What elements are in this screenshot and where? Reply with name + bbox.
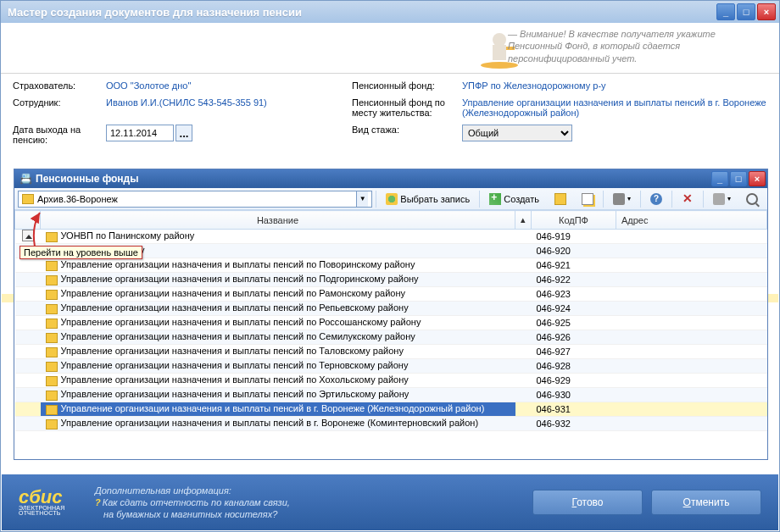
pf-loc-label: Пенсионный фонд по месту жительства: [352,97,462,118]
row-code: 046-923 [532,287,616,302]
table-row[interactable]: Управление организации назначения и выпл… [15,330,767,345]
table-row[interactable]: Управление организации назначения и выпл… [15,417,767,431]
table-row[interactable]: Управление организации назначения и выпл… [15,287,767,302]
table-row[interactable]: УОНВП по Панинскому району046-919 [15,230,767,244]
dialog-minimize-button[interactable]: _ [711,171,728,186]
logo: сбис ЭЛЕКТРОННАЯ ОТЧЕТНОСТЬ [19,489,95,516]
row-addr [616,402,767,417]
maximize-button[interactable]: □ [737,3,755,20]
header-note: — Внимание! В качестве получателя укажит… [508,28,762,64]
row-addr [616,273,767,287]
row-name: Управление организации назначения и выпл… [41,417,515,431]
stage-label: Вид стажа: [352,125,462,145]
row-addr [616,258,767,273]
col-sort[interactable]: ▴ [515,211,532,230]
up-level-button[interactable] [22,230,34,241]
col-addr[interactable]: Адрес [616,211,767,230]
table-row[interactable]: Управление организации назначения и выпл… [15,388,767,402]
row-name: Управление организации назначения и выпл… [41,287,515,302]
svg-point-1 [493,33,506,47]
row-addr [616,359,767,374]
create-button[interactable]: Создать [483,190,545,208]
row-addr [616,417,767,431]
footer: сбис ЭЛЕКТРОННАЯ ОТЧЕТНОСТЬ Дополнительн… [2,474,778,530]
table-row[interactable]: Управление организации назначения и выпл… [15,402,767,417]
pf-loc-value[interactable]: Управление организации назначения и выпл… [462,97,767,118]
table-row[interactable]: Управление организации назначения и выпл… [15,374,767,388]
row-code: 046-921 [532,258,616,273]
row-addr [616,244,767,258]
row-name: Управление организации назначения и выпл… [41,388,515,402]
org-icon [46,290,58,300]
row-code: 046-932 [532,417,616,431]
row-code: 046-929 [532,374,616,388]
col-up[interactable] [15,211,41,230]
org-icon [46,304,58,314]
row-name: Управление организации назначения и выпл… [41,302,515,316]
col-code[interactable]: КодПФ [532,211,616,230]
close-button[interactable]: × [757,3,776,20]
folder-icon [22,194,34,204]
row-name: Управление организации назначения и выпл… [41,359,515,374]
plus-icon [489,193,501,205]
stage-select[interactable]: Общий [462,125,572,141]
row-addr [616,302,767,316]
dialog-title: Пенсионные фонды [36,173,711,185]
insurer-value[interactable]: ООО "Золотое дно" [106,80,352,91]
row-name: Управление организации назначения и выпл… [41,345,515,359]
footer-info: Дополнительная информация: ?Как сдать от… [95,485,532,521]
date-picker-button[interactable]: ... [176,125,192,141]
funds-dialog: 📇 Пенсионные фонды _ □ × Архив.36-Вороне… [14,169,768,460]
print-button[interactable]: ▾ [607,190,637,208]
row-addr [616,388,767,402]
retire-date-input[interactable] [106,125,174,141]
table-row[interactable]: Управление организации назначения и выпл… [15,302,767,316]
minimize-button[interactable]: _ [716,3,735,20]
dialog-maximize-button[interactable]: □ [730,171,747,186]
done-button[interactable]: Готово [532,490,643,515]
table-row[interactable]: Управление организации назначения и выпл… [15,273,767,287]
row-name: УОНВП по Панинскому району [41,230,515,244]
row-code: 046-919 [532,230,616,244]
search-button[interactable] [740,190,764,208]
row-code: 046-927 [532,345,616,359]
dialog-close-button[interactable]: × [749,171,766,186]
retire-date-label: Дата выхода на пенсию: [13,125,106,145]
breadcrumb[interactable]: Архив.36-Воронеж ▼ [18,191,372,208]
row-name: Управление организации назначения и выпл… [41,273,515,287]
pf-value[interactable]: УПФР по Железнодорожному р-у [462,80,767,91]
org-icon [46,391,58,401]
pf-label: Пенсионный фонд: [352,80,462,91]
breadcrumb-dropdown[interactable]: ▼ [356,191,368,207]
employee-label: Сотрудник: [13,97,106,118]
help-button[interactable]: ? [644,190,668,208]
row-code: 046-925 [532,316,616,330]
org-icon [46,347,58,357]
row-code: 046-920 [532,244,616,258]
form-area: Страхователь: ООО "Золотое дно" Пенсионн… [1,74,779,175]
cancel-button[interactable]: Отменить [651,490,761,515]
save-button[interactable]: ▾ [707,190,737,208]
col-name[interactable]: Название [41,211,515,230]
table-row[interactable]: Управление организации назначения и выпл… [15,258,767,273]
copy-button[interactable] [576,190,599,208]
table-row[interactable]: Управление организации назначения и выпл… [15,345,767,359]
org-icon [46,419,58,429]
org-icon [46,362,58,372]
new-folder-button[interactable] [549,190,572,208]
org-icon [46,376,58,386]
breadcrumb-text: Архив.36-Воронеж [37,194,353,204]
select-icon [386,193,398,205]
row-addr [616,230,767,244]
select-record-button[interactable]: Выбрать запись [380,190,476,208]
row-name: Управление организации назначения и выпл… [41,402,515,417]
main-window: Мастер создания документов для назначени… [0,0,780,532]
row-code: 046-928 [532,359,616,374]
delete-button[interactable]: ✕ [676,190,699,208]
table-row[interactable]: Управление организации назначения и выпл… [15,316,767,330]
dialog-titlebar: 📇 Пенсионные фонды _ □ × [14,169,767,188]
svg-rect-2 [493,45,506,60]
employee-value[interactable]: Иванов И.И.(СНИЛС 543-545-355 91) [106,97,352,118]
row-name: Управление организации назначения и выпл… [41,316,515,330]
table-row[interactable]: Управление организации назначения и выпл… [15,359,767,374]
